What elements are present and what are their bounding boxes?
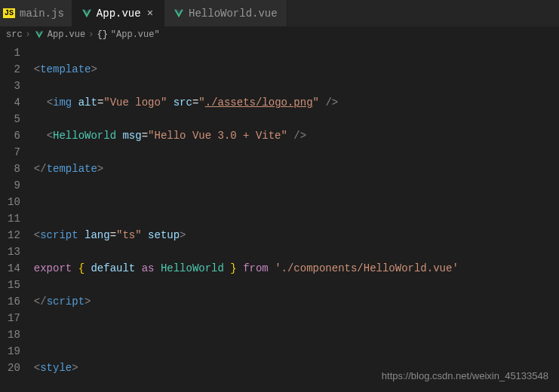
line-number: 7 bbox=[8, 144, 20, 161]
line-number: 10 bbox=[8, 194, 20, 210]
line-number: 15 bbox=[8, 277, 20, 293]
chevron-right-icon: › bbox=[88, 29, 94, 40]
breadcrumb-segment[interactable]: "App.vue" bbox=[111, 29, 160, 40]
line-number: 11 bbox=[8, 210, 20, 227]
breadcrumb-segment[interactable]: src bbox=[6, 29, 23, 40]
tab-helloworld-vue[interactable]: HelloWorld.vue bbox=[164, 0, 287, 26]
tab-app-vue[interactable]: App.vue × bbox=[72, 0, 164, 26]
braces-icon: {} bbox=[97, 29, 107, 40]
line-number: 12 bbox=[8, 227, 20, 243]
line-number: 9 bbox=[8, 177, 20, 194]
javascript-icon: JS bbox=[3, 8, 15, 18]
close-icon[interactable]: × bbox=[146, 8, 155, 20]
chevron-right-icon: › bbox=[26, 29, 31, 40]
line-number: 6 bbox=[8, 127, 20, 144]
line-number: 16 bbox=[8, 293, 20, 310]
line-number: 8 bbox=[8, 161, 20, 177]
line-number: 3 bbox=[8, 78, 20, 94]
line-number: 5 bbox=[8, 111, 20, 127]
line-number: 13 bbox=[8, 243, 20, 260]
line-number: 1 bbox=[8, 44, 20, 61]
line-number: 2 bbox=[8, 61, 20, 78]
line-number: 4 bbox=[8, 94, 20, 111]
breadcrumb: src › App.vue › {} "App.vue" bbox=[0, 26, 559, 43]
tab-label: HelloWorld.vue bbox=[189, 8, 278, 20]
vue-icon bbox=[81, 8, 92, 19]
tab-main-js[interactable]: JS main.js bbox=[0, 0, 72, 26]
watermark: https://blog.csdn.net/weixin_45133548 bbox=[382, 370, 548, 381]
tab-label: App.vue bbox=[97, 8, 141, 20]
line-number: 14 bbox=[8, 260, 20, 277]
line-number: 17 bbox=[8, 310, 20, 326]
line-number: 19 bbox=[8, 343, 20, 360]
line-number: 18 bbox=[8, 326, 20, 343]
vue-icon bbox=[34, 29, 45, 40]
line-number: 20 bbox=[8, 360, 20, 376]
vue-icon bbox=[174, 8, 184, 19]
line-numbers: 1 2 3 4 5 6 7 8 9 10 11 12 13 14 15 16 1… bbox=[0, 44, 34, 392]
tab-label: main.js bbox=[20, 8, 64, 20]
breadcrumb-segment[interactable]: App.vue bbox=[48, 29, 85, 40]
code-content[interactable]: <template> <img alt="Vue logo" src="./as… bbox=[34, 44, 459, 392]
code-editor[interactable]: 1 2 3 4 5 6 7 8 9 10 11 12 13 14 15 16 1… bbox=[0, 43, 559, 392]
tab-bar: JS main.js App.vue × HelloWorld.vue bbox=[0, 0, 559, 26]
